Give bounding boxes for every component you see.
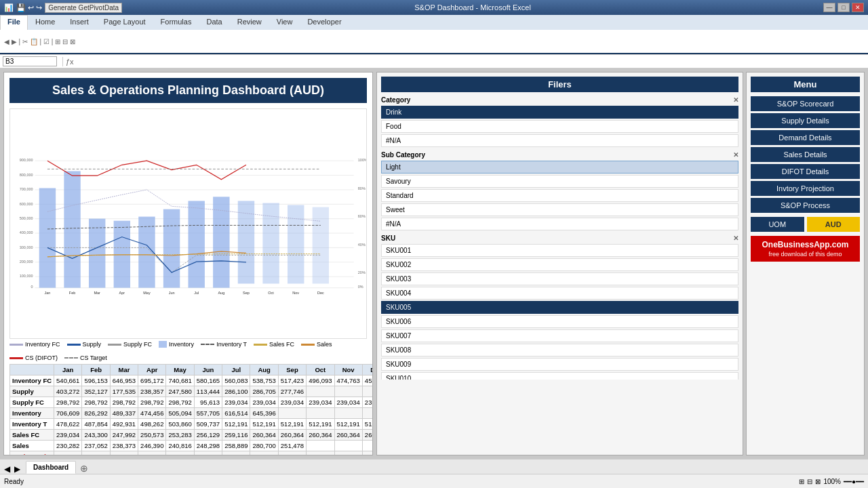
sheet-nav-right[interactable]: ▶ — [14, 464, 20, 474]
sheet-tab-dashboard[interactable]: Dashboard — [26, 461, 76, 474]
table-cell — [334, 451, 362, 456]
legend-cs-difot: CS (DIFOT) — [9, 354, 58, 361]
category-item[interactable]: Food — [381, 120, 738, 133]
svg-text:Mar: Mar — [94, 291, 100, 295]
tab-formulas[interactable]: Formulas — [153, 15, 199, 30]
legend-supply-fc: Supply FC — [108, 341, 152, 348]
status-bar: Ready ⊞ ⊟ ⊠ 100% ━━●━━ — [0, 474, 868, 488]
sku-item[interactable]: SKU008 — [381, 344, 738, 357]
window-controls[interactable]: — □ ✕ — [823, 3, 864, 12]
promo-box[interactable]: OneBusinessApp.com free download of this… — [751, 236, 860, 262]
sku-item[interactable]: SKU004 — [381, 287, 738, 300]
sub-category-item[interactable]: Standard — [381, 189, 738, 202]
menu-item-button[interactable]: Supply Details — [751, 113, 860, 128]
menu-item-button[interactable]: S&OP Scorecard — [751, 96, 860, 111]
tab-view[interactable]: View — [269, 15, 300, 30]
menu-item-button[interactable]: Demand Details — [751, 130, 860, 145]
uom-button[interactable]: UOM — [751, 217, 804, 232]
ribbon-icons: ◀ ▶ | ✂ 📋 | ☑ | ⊞ ⊟ ⊠ — [4, 38, 75, 45]
generate-btn[interactable]: Generate GetPivotData — [45, 3, 122, 13]
table-cell: 474,763 — [334, 375, 362, 386]
sku-item[interactable]: SKU003 — [381, 272, 738, 285]
table-cell: 512,191 — [278, 419, 306, 430]
svg-text:100%: 100% — [358, 158, 366, 162]
table-row-label: CS (DIFOT) — [10, 451, 54, 456]
table-cell: 298,792 — [110, 397, 138, 408]
ribbon-commands: ◀ ▶ | ✂ 📋 | ☑ | ⊞ ⊟ ⊠ — [0, 30, 868, 54]
table-cell: 243,300 — [82, 430, 110, 441]
tab-review[interactable]: Review — [230, 15, 269, 30]
tab-page-layout[interactable]: Page Layout — [96, 15, 153, 30]
sub-category-clear-icon[interactable]: ✕ — [733, 151, 738, 159]
table-cell — [334, 441, 362, 451]
sku-item[interactable]: SKU006 — [381, 315, 738, 328]
sku-item[interactable]: SKU001 — [381, 244, 738, 257]
table-row: Sales FC239,034243,300247,992250,573253,… — [10, 430, 374, 441]
tab-developer[interactable]: Developer — [300, 15, 349, 30]
table-header-feb: Feb — [82, 365, 110, 375]
table-row-label: Inventory — [10, 408, 54, 419]
table-cell: 580,165 — [194, 375, 222, 386]
data-table: Jan Feb Mar Apr May Jun Jul Aug Sep Oct … — [9, 364, 373, 455]
svg-text:Jun: Jun — [169, 291, 175, 295]
svg-text:40%: 40% — [358, 243, 366, 247]
table-cell: 695,172 — [138, 375, 166, 386]
sub-category-item[interactable]: Savoury — [381, 175, 738, 188]
table-cell — [362, 441, 373, 451]
table-cell: 512,191 — [334, 419, 362, 430]
menu-item-button[interactable]: Invtory Projection — [751, 181, 860, 196]
view-layout-icon[interactable]: ⊟ — [807, 478, 812, 485]
category-item[interactable]: Drink — [381, 106, 738, 119]
tab-insert[interactable]: Insert — [62, 15, 96, 30]
menu-item-button[interactable]: Sales Details — [751, 147, 860, 162]
zoom-slider[interactable]: ━━●━━ — [844, 478, 864, 485]
legend-cs-target: CS Target — [64, 354, 107, 361]
table-cell: 453,433 — [362, 375, 373, 386]
legend-supply: Supply — [67, 341, 102, 348]
sub-category-item[interactable]: Light — [381, 161, 738, 174]
table-cell: 260,364 — [278, 430, 306, 441]
tab-file[interactable]: File — [0, 15, 28, 30]
table-row: Inventory FC540,661596,153646,953695,172… — [10, 375, 374, 386]
tab-data[interactable]: Data — [199, 15, 229, 30]
tab-home[interactable]: Home — [28, 15, 62, 30]
sku-item[interactable]: SKU005 — [381, 301, 738, 314]
maximize-button[interactable]: □ — [837, 3, 850, 12]
close-button[interactable]: ✕ — [852, 3, 864, 12]
table-cell: 538,753 — [250, 375, 278, 386]
table-cell: 239,034 — [54, 430, 82, 441]
sku-item[interactable]: SKU009 — [381, 358, 738, 371]
menu-item-button[interactable]: S&OP Process — [751, 198, 860, 213]
svg-text:500,000: 500,000 — [20, 216, 33, 220]
table-cell: 248,298 — [194, 441, 222, 451]
sku-item[interactable]: SKU002 — [381, 258, 738, 271]
table-cell: 286,705 — [250, 386, 278, 397]
view-normal-icon[interactable]: ⊞ — [799, 478, 804, 485]
category-clear-icon[interactable]: ✕ — [733, 96, 738, 104]
category-item[interactable]: #N/A — [381, 134, 738, 147]
table-cell: 512,191 — [362, 419, 373, 430]
sku-item[interactable]: SKU010 — [381, 372, 738, 380]
sku-clear-icon[interactable]: ✕ — [733, 235, 738, 242]
table-cell: 498,262 — [138, 419, 166, 430]
sheet-nav-left[interactable]: ◀ — [4, 464, 10, 474]
status-text: Ready — [4, 478, 24, 485]
table-cell — [307, 408, 334, 419]
sub-category-item[interactable]: Sweet — [381, 203, 738, 216]
table-cell: 238,357 — [138, 386, 166, 397]
add-sheet-button[interactable]: ⊕ — [80, 463, 88, 474]
table-row: Inventory T478,622487,854492,931498,2625… — [10, 419, 374, 430]
menu-item-button[interactable]: DIFOT Details — [751, 164, 860, 179]
view-pagebreak-icon[interactable]: ⊠ — [815, 478, 821, 485]
table-cell: 740,681 — [166, 375, 194, 386]
sub-category-item[interactable]: #N/A — [381, 218, 738, 230]
menu-panel: Menu S&OP ScorecardSupply DetailsDemand … — [746, 72, 865, 455]
name-box[interactable] — [3, 56, 57, 66]
aud-button[interactable]: AUD — [807, 217, 861, 232]
ribbon-tabs: File Home Insert Page Layout Formulas Da… — [0, 15, 868, 30]
table-row-label: Sales FC — [10, 430, 54, 441]
minimize-button[interactable]: — — [823, 3, 835, 12]
sku-item[interactable]: SKU007 — [381, 329, 738, 342]
category-label: Category ✕ — [381, 96, 738, 104]
table-row: CS (DIFOT)100%96%96%99%100%98%99%95%99% — [10, 451, 374, 456]
